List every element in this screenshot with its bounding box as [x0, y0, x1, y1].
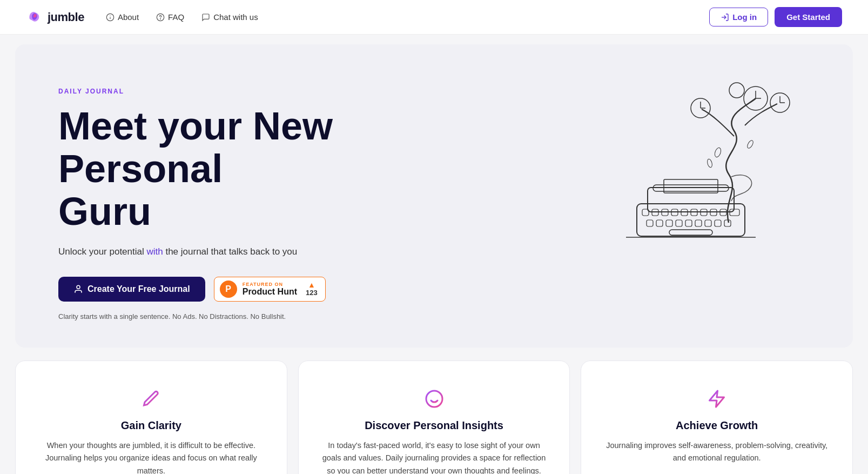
svg-rect-42 — [724, 220, 731, 226]
svg-point-4 — [160, 18, 161, 19]
product-hunt-count: ▲ 123 — [306, 281, 318, 297]
svg-rect-39 — [695, 220, 702, 226]
cards-section: Gain Clarity When your thoughts are jumb… — [15, 360, 853, 474]
svg-point-19 — [746, 139, 755, 149]
card-growth-title: Achieve Growth — [676, 419, 758, 432]
nav-about[interactable]: About — [106, 12, 139, 22]
card-clarity-icon — [140, 388, 162, 410]
login-button[interactable]: Log in — [709, 8, 768, 26]
hero-content: DAILY JOURNAL Meet your New Personal Gur… — [58, 77, 436, 321]
svg-point-45 — [426, 391, 442, 407]
hero-title: Meet your New Personal Guru — [58, 105, 436, 233]
hero-disclaimer: Clarity starts with a single sentence. N… — [58, 312, 436, 321]
card-clarity: Gain Clarity When your thoughts are jumb… — [15, 360, 287, 474]
hero-section: DAILY JOURNAL Meet your New Personal Gur… — [15, 44, 853, 348]
card-growth-icon — [706, 388, 728, 410]
svg-rect-34 — [647, 220, 653, 226]
card-growth-desc: Journaling improves self-awareness, prob… — [603, 439, 831, 465]
product-hunt-text: FEATURED ON Product Hunt — [243, 282, 297, 297]
svg-rect-40 — [705, 220, 711, 226]
svg-point-18 — [706, 158, 713, 168]
navbar: jumble About FAQ Chat with us Log in Get… — [0, 0, 868, 35]
svg-rect-41 — [715, 220, 721, 226]
card-growth: Achieve Growth Journaling improves self-… — [581, 360, 853, 474]
card-clarity-desc: When your thoughts are jumbled, it is di… — [37, 439, 265, 474]
hero-label: DAILY JOURNAL — [58, 88, 436, 95]
svg-rect-33 — [730, 209, 739, 216]
svg-point-6 — [77, 285, 80, 289]
product-hunt-logo: P — [220, 281, 237, 298]
info-icon — [106, 13, 115, 22]
nav-actions: Log in Get Started — [709, 7, 842, 27]
svg-point-16 — [729, 83, 744, 98]
get-started-button[interactable]: Get Started — [775, 7, 842, 27]
card-insights: Discover Personal Insights In today's fa… — [298, 360, 570, 474]
nav-faq[interactable]: FAQ — [156, 12, 184, 22]
card-clarity-title: Gain Clarity — [121, 419, 181, 432]
create-journal-button[interactable]: Create Your Free Journal — [58, 277, 205, 302]
hero-buttons: Create Your Free Journal P FEATURED ON P… — [58, 277, 436, 302]
hero-illustration — [604, 77, 810, 244]
svg-rect-35 — [656, 220, 663, 226]
card-insights-desc: In today's fast-paced world, it's easy t… — [320, 439, 548, 474]
svg-rect-36 — [666, 220, 672, 226]
question-icon — [156, 13, 165, 22]
chat-icon — [201, 13, 210, 22]
svg-rect-37 — [676, 220, 682, 226]
product-hunt-badge[interactable]: P FEATURED ON Product Hunt ▲ 123 — [214, 277, 326, 302]
nav-links: About FAQ Chat with us — [106, 12, 709, 22]
card-insights-title: Discover Personal Insights — [365, 419, 503, 432]
user-icon — [73, 284, 83, 294]
svg-rect-43 — [669, 230, 712, 235]
typewriter-illustration — [604, 82, 810, 244]
svg-rect-38 — [685, 220, 692, 226]
login-icon — [721, 13, 729, 22]
nav-chat[interactable]: Chat with us — [201, 12, 258, 22]
card-insights-icon — [423, 388, 445, 410]
logo-icon — [26, 9, 43, 26]
logo[interactable]: jumble — [26, 9, 84, 26]
svg-marker-48 — [710, 391, 724, 407]
hero-subtitle: Unlock your potential with the journal t… — [58, 246, 436, 257]
logo-text: jumble — [48, 10, 84, 24]
svg-point-17 — [714, 147, 722, 158]
